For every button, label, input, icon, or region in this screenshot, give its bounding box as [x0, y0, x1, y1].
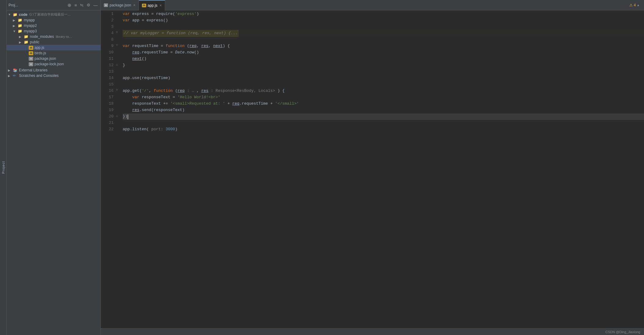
folder-icon-myapp2: 📁	[18, 23, 23, 28]
sidebar-toolbar: Proj... ⊕ ≡ ≒ ⚙ —	[7, 0, 100, 10]
tree-label-app-js: app.js	[34, 45, 44, 50]
folder-icon-myapp3: 📁	[18, 29, 23, 33]
project-tab-label: Project	[2, 161, 5, 174]
arrow-ext-lib: ▶	[8, 69, 13, 72]
code-line-1: var express = require('express')	[123, 11, 644, 17]
code-line-20: })	[123, 113, 644, 120]
editor-area: {} package.json × JS app.js × ⚠ 4 ▲ 1	[101, 0, 644, 335]
tree-item-app-js[interactable]: JS app.js	[7, 45, 100, 50]
code-line-18: responseText += '<small>Requested at: ' …	[123, 101, 644, 107]
tree-label-package-json: package.json	[34, 56, 56, 61]
fold-icon-line4[interactable]: ▽	[116, 30, 120, 37]
project-tab-vertical[interactable]: Project	[0, 0, 7, 335]
warning-indicator: ⚠ 4 ▲	[629, 3, 644, 7]
file-tree: ▼ 📁 code G:\丁家雄自学前端最后一… ▶ 📁 myapp ▶ 📁 my…	[7, 10, 100, 335]
code-line-12: }	[123, 62, 644, 69]
fold-icon-line16[interactable]: ▽	[116, 88, 120, 94]
tree-item-package-json[interactable]: {} package.json	[7, 56, 100, 61]
code-editor[interactable]: 1 2 3 4 8 9 10 11 12 13 14 15 16 17 18 1…	[101, 10, 644, 328]
tab-package-json[interactable]: {} package.json ×	[101, 0, 139, 10]
code-line-21	[123, 120, 644, 126]
js-icon-birds-js: JS	[29, 51, 33, 55]
code-line-15	[123, 81, 644, 88]
json-icon-package-lock: {}	[29, 62, 33, 66]
tree-item-public[interactable]: ▶ 📁 public	[7, 39, 100, 45]
tab-label-package-json: package.json	[110, 3, 131, 7]
folder-icon-node-modules: 📁	[24, 34, 29, 39]
arrow-myapp3: ▼	[13, 30, 18, 33]
code-line-14: app.use(requestTime)	[123, 75, 644, 81]
tree-item-external-libraries[interactable]: ▶ 📚 External Libraries	[7, 67, 100, 73]
folder-icon-code: 📁	[13, 13, 18, 17]
status-bar: CSDN @Ding_Jiaxiong	[101, 328, 644, 335]
tree-item-myapp[interactable]: ▶ 📁 myapp	[7, 17, 100, 23]
code-line-22: app.listen( port: 3000)	[123, 126, 644, 133]
toolbar-btn-settings[interactable]: ⚙	[86, 3, 91, 7]
js-icon-tab: JS	[142, 4, 146, 7]
tree-label-birds-js: birds.js	[34, 51, 46, 55]
warning-count: 4	[634, 3, 636, 7]
folder-icon-myapp: 📁	[18, 18, 23, 22]
code-line-9: var requestTime = function (req, res, ne…	[123, 43, 644, 49]
arrow-public: ▶	[19, 41, 24, 44]
sidebar: Proj... ⊕ ≡ ≒ ⚙ — ▼ 📁 code G:\丁家雄自学前端最后一…	[7, 0, 101, 335]
arrow-code: ▼	[8, 13, 13, 16]
fold-icon-line20[interactable]: △	[116, 113, 120, 120]
lib-icon: 📚	[13, 68, 18, 72]
sidebar-title: Proj...	[9, 3, 65, 7]
tree-item-code[interactable]: ▼ 📁 code G:\丁家雄自学前端最后一…	[7, 12, 100, 17]
tree-suffix-node-modules: library ro…	[56, 35, 72, 38]
close-icon-tab-package[interactable]: ×	[133, 3, 136, 7]
status-credit: CSDN @Ding_Jiaxiong	[606, 330, 641, 334]
fold-icon-line9[interactable]: ▽	[116, 43, 120, 49]
code-line-8	[123, 37, 644, 43]
code-line-3	[123, 24, 644, 30]
tab-label-app-js: app.js	[148, 3, 157, 8]
tree-item-myapp3[interactable]: ▼ 📁 myapp3	[7, 28, 100, 34]
code-line-2: var app = express()	[123, 17, 644, 24]
fold-gutter: ▽ ▽ △ ▽ △	[116, 10, 120, 328]
code-line-11: next()	[123, 56, 644, 62]
code-line-10: req.requestTime = Date.now()	[123, 49, 644, 56]
tabs-bar: {} package.json × JS app.js × ⚠ 4 ▲	[101, 0, 644, 10]
arrow-myapp2: ▶	[13, 24, 18, 27]
tree-item-node-modules[interactable]: ▶ 📁 node_modules library ro…	[7, 34, 100, 39]
toolbar-btn-add[interactable]: ⊕	[67, 2, 72, 8]
tree-label-myapp2: myapp2	[24, 23, 37, 28]
json-icon-package: {}	[29, 57, 33, 61]
code-line-16: app.get('/', function (req : … , res : R…	[123, 88, 644, 94]
tree-item-myapp2[interactable]: ▶ 📁 myapp2	[7, 23, 100, 28]
tree-label-node-modules: node_modules	[30, 34, 54, 39]
tree-item-birds-js[interactable]: JS birds.js	[7, 50, 100, 56]
line-numbers: 1 2 3 4 8 9 10 11 12 13 14 15 16 17 18 1…	[101, 10, 116, 328]
folder-icon-public: 📁	[24, 40, 29, 44]
tree-item-scratches[interactable]: ▶ ✏ Scratches and Consoles	[7, 73, 100, 78]
toolbar-btn-minimize[interactable]: —	[92, 3, 99, 8]
json-icon-tab: {}	[104, 3, 108, 7]
tree-label-scratches: Scratches and Consoles	[19, 74, 59, 78]
tree-label-myapp3: myapp3	[24, 29, 37, 33]
js-icon-app-js: JS	[29, 46, 33, 50]
fold-icon-line12[interactable]: △	[116, 62, 120, 69]
tree-item-package-lock-json[interactable]: {} package-lock.json	[7, 61, 100, 67]
expand-icon[interactable]: ▲	[637, 3, 640, 7]
tree-label-code: code	[19, 13, 27, 17]
scratch-icon: ✏	[13, 74, 18, 78]
code-line-13	[123, 69, 644, 75]
tree-label-package-lock-json: package-lock.json	[34, 62, 64, 66]
toolbar-btn-expand[interactable]: ≒	[79, 3, 85, 8]
arrow-scratches: ▶	[8, 74, 13, 77]
toolbar-btn-collapse[interactable]: ≡	[74, 3, 78, 8]
code-line-19: res.send(responseText)	[123, 107, 644, 113]
tree-label-myapp: myapp	[24, 18, 35, 22]
arrow-node-modules: ▶	[19, 35, 24, 38]
tree-suffix-code: G:\丁家雄自学前端最后一…	[29, 12, 71, 17]
tree-label-public: public	[30, 40, 39, 44]
arrow-myapp: ▶	[13, 19, 18, 22]
tree-label-external-libraries: External Libraries	[19, 68, 47, 72]
warning-icon: ⚠	[629, 3, 633, 7]
code-content[interactable]: var express = require('express') var app…	[120, 10, 644, 328]
close-icon-tab-app[interactable]: ×	[160, 3, 162, 8]
tab-app-js[interactable]: JS app.js ×	[139, 0, 165, 10]
code-line-17: var responseText = 'Hello World!<br>'	[123, 94, 644, 101]
